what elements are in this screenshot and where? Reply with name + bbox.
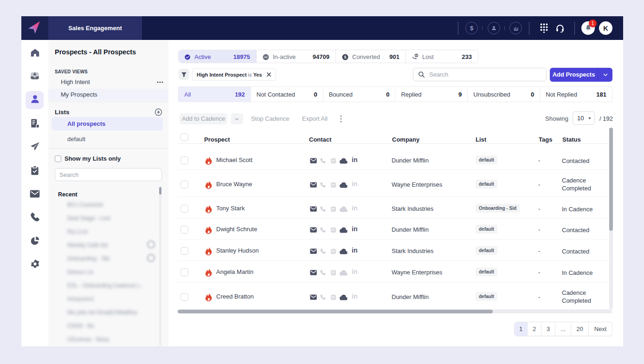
svg-text:$: $	[344, 55, 347, 59]
